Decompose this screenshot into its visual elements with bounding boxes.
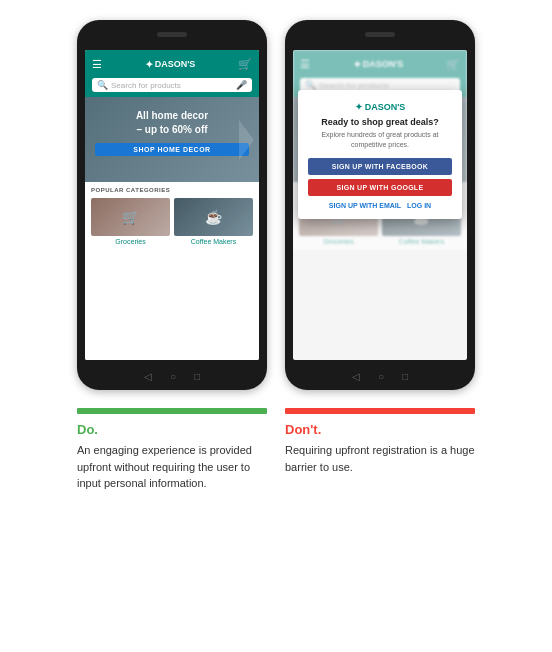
modal-star-icon: ✦: [355, 102, 363, 112]
dont-description: Requiring upfront registration is a huge…: [285, 442, 475, 475]
do-description: An engaging experience is provided upfro…: [77, 442, 267, 492]
coffee-label: Coffee Makers: [191, 238, 236, 245]
right-phone: ☰ ✦ DASON'S 🛒 🔍 Search for products All …: [285, 20, 475, 390]
left-phone-screen: ☰ ✦ DASON'S 🛒 🔍 Search for products 🎤 Al…: [85, 50, 259, 360]
hero-text: All home decor– up to 60% off: [95, 109, 249, 137]
back-button-right[interactable]: ◁: [352, 371, 360, 382]
right-coffee-label-bg: Coffee Makers: [399, 238, 444, 245]
search-icon-right: 🔍: [305, 80, 316, 90]
right-bottom-nav: ◁ ○ □: [285, 371, 475, 382]
left-hero-section: All home decor– up to 60% off SHOP HOME …: [85, 97, 259, 182]
right-search-placeholder: Search for products: [319, 81, 389, 90]
do-indicator-bar: [77, 408, 267, 414]
login-link[interactable]: LOG IN: [407, 202, 431, 209]
recents-button[interactable]: □: [194, 371, 200, 382]
categories-title: POPULAR CATEGORIES: [91, 187, 253, 193]
search-icon: 🔍: [97, 80, 108, 90]
home-button-right[interactable]: ○: [378, 371, 384, 382]
left-brand-logo: ✦ DASON'S: [145, 59, 196, 70]
brand-star-icon-right: ✦: [353, 59, 361, 70]
coffee-image: [174, 198, 253, 236]
categories-grid: Groceries Coffee Makers: [91, 198, 253, 245]
signup-modal: ✦ DASON'S Ready to shop great deals? Exp…: [298, 90, 462, 219]
left-nav-bar: ☰ ✦ DASON'S 🛒: [85, 50, 259, 78]
modal-brand-logo: ✦ DASON'S: [355, 102, 406, 112]
do-label-column: Do. An engaging experience is provided u…: [77, 408, 267, 492]
right-brand-logo-bg: ✦ DASON'S: [353, 59, 404, 70]
left-search-bar: 🔍 Search for products 🎤: [85, 78, 259, 97]
cart-icon: 🛒: [238, 58, 252, 71]
facebook-signup-button[interactable]: SIGN UP WITH FACEBOOK: [308, 158, 452, 175]
dont-heading: Don't.: [285, 422, 475, 437]
cart-icon-right: 🛒: [446, 58, 460, 71]
phones-container: ☰ ✦ DASON'S 🛒 🔍 Search for products 🎤 Al…: [77, 20, 475, 390]
mic-icon: 🎤: [236, 80, 247, 90]
google-signup-button[interactable]: SIGN UP WITH GOOGLE: [308, 179, 452, 196]
labels-container: Do. An engaging experience is provided u…: [20, 408, 532, 492]
search-inner[interactable]: 🔍 Search for products 🎤: [92, 78, 252, 92]
home-button[interactable]: ○: [170, 371, 176, 382]
modal-links-row: SIGN UP WITH EMAIL LOG IN: [329, 202, 431, 209]
do-heading: Do.: [77, 422, 267, 437]
groceries-image: [91, 198, 170, 236]
category-groceries[interactable]: Groceries: [91, 198, 170, 245]
menu-icon-right: ☰: [300, 58, 310, 71]
category-coffee[interactable]: Coffee Makers: [174, 198, 253, 245]
hero-decoration: [239, 120, 254, 160]
categories-section: POPULAR CATEGORIES Groceries Coffee Make…: [85, 182, 259, 360]
back-button[interactable]: ◁: [144, 371, 152, 382]
recents-button-right[interactable]: □: [402, 371, 408, 382]
left-bottom-nav: ◁ ○ □: [77, 371, 267, 382]
groceries-label: Groceries: [115, 238, 145, 245]
left-phone: ☰ ✦ DASON'S 🛒 🔍 Search for products 🎤 Al…: [77, 20, 267, 390]
dont-label-column: Don't. Requiring upfront registration is…: [285, 408, 475, 492]
dont-indicator-bar: [285, 408, 475, 414]
email-signup-link[interactable]: SIGN UP WITH EMAIL: [329, 202, 401, 209]
modal-description: Explore hundreds of great products at co…: [308, 130, 452, 150]
search-placeholder-text: Search for products: [111, 81, 181, 90]
menu-icon: ☰: [92, 58, 102, 71]
brand-star-icon: ✦: [145, 59, 153, 70]
shop-button[interactable]: SHOP HOME DECOR: [95, 143, 249, 156]
right-nav-bar-bg: ☰ ✦ DASON'S 🛒: [293, 50, 467, 78]
modal-title: Ready to shop great deals?: [321, 117, 439, 127]
right-groceries-label-bg: Groceries: [323, 238, 353, 245]
right-phone-screen: ☰ ✦ DASON'S 🛒 🔍 Search for products All …: [293, 50, 467, 360]
